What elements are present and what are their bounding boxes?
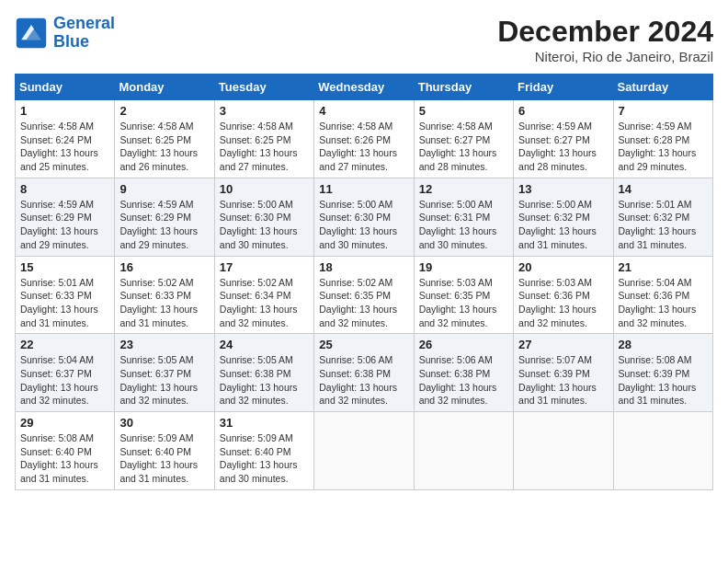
day-number: 27 [518, 338, 608, 351]
location: Niteroi, Rio de Janeiro, Brazil [497, 49, 713, 64]
calendar-day-cell: 2Sunrise: 4:58 AMSunset: 6:25 PMDaylight… [115, 100, 214, 178]
logo-line2: Blue [53, 32, 89, 51]
calendar-day-cell: 19Sunrise: 5:03 AMSunset: 6:35 PMDayligh… [414, 256, 513, 334]
day-detail: Sunrise: 5:01 AMSunset: 6:32 PMDaylight:… [619, 198, 708, 252]
day-number: 19 [419, 260, 508, 274]
day-detail: Sunrise: 5:00 AMSunset: 6:30 PMDaylight:… [319, 198, 408, 252]
calendar-day-cell: 16Sunrise: 5:02 AMSunset: 6:33 PMDayligh… [115, 256, 214, 334]
calendar-day-cell: 7Sunrise: 4:59 AMSunset: 6:28 PMDaylight… [613, 100, 712, 178]
calendar-table: SundayMondayTuesdayWednesdayThursdayFrid… [15, 74, 713, 490]
day-detail: Sunrise: 4:58 AMSunset: 6:25 PMDaylight:… [119, 120, 209, 174]
day-number: 13 [518, 182, 608, 196]
day-detail: Sunrise: 5:07 AMSunset: 6:39 PMDaylight:… [518, 353, 608, 408]
calendar-day-cell: 4Sunrise: 4:58 AMSunset: 6:26 PMDaylight… [314, 100, 414, 178]
day-detail: Sunrise: 5:09 AMSunset: 6:40 PMDaylight:… [220, 431, 309, 486]
day-detail: Sunrise: 4:59 AMSunset: 6:28 PMDaylight:… [619, 120, 708, 174]
day-number: 26 [419, 338, 508, 351]
calendar-day-cell: 21Sunrise: 5:04 AMSunset: 6:36 PMDayligh… [613, 256, 712, 334]
logo-text: General Blue [53, 15, 115, 52]
day-detail: Sunrise: 4:59 AMSunset: 6:27 PMDaylight:… [518, 120, 608, 174]
calendar-week-row: 15Sunrise: 5:01 AMSunset: 6:33 PMDayligh… [16, 256, 713, 334]
weekday-header-saturday: Saturday [613, 75, 712, 100]
day-number: 15 [20, 260, 109, 274]
day-number: 29 [20, 416, 109, 430]
day-number: 18 [319, 260, 408, 274]
calendar-day-cell: 29Sunrise: 5:08 AMSunset: 6:40 PMDayligh… [16, 412, 115, 490]
day-detail: Sunrise: 5:04 AMSunset: 6:36 PMDaylight:… [619, 276, 708, 330]
weekday-header-wednesday: Wednesday [314, 75, 414, 100]
day-number: 30 [119, 416, 209, 430]
day-detail: Sunrise: 5:03 AMSunset: 6:35 PMDaylight:… [419, 276, 508, 330]
calendar-day-cell [514, 412, 613, 490]
calendar-day-cell: 14Sunrise: 5:01 AMSunset: 6:32 PMDayligh… [613, 178, 712, 256]
calendar-day-cell [613, 412, 712, 490]
day-number: 24 [220, 338, 309, 351]
day-detail: Sunrise: 4:58 AMSunset: 6:25 PMDaylight:… [220, 120, 309, 174]
day-detail: Sunrise: 4:59 AMSunset: 6:29 PMDaylight:… [119, 198, 209, 252]
calendar-day-cell: 9Sunrise: 4:59 AMSunset: 6:29 PMDaylight… [115, 178, 214, 256]
day-number: 28 [619, 338, 708, 351]
day-detail: Sunrise: 5:01 AMSunset: 6:33 PMDaylight:… [20, 276, 109, 330]
logo-icon [15, 17, 48, 50]
day-detail: Sunrise: 5:04 AMSunset: 6:37 PMDaylight:… [20, 353, 109, 408]
calendar-day-cell: 8Sunrise: 4:59 AMSunset: 6:29 PMDaylight… [16, 178, 115, 256]
calendar-day-cell: 6Sunrise: 4:59 AMSunset: 6:27 PMDaylight… [514, 100, 613, 178]
day-number: 16 [119, 260, 209, 274]
day-number: 11 [319, 182, 408, 196]
day-number: 31 [220, 416, 309, 430]
day-number: 10 [220, 182, 309, 196]
day-number: 6 [518, 104, 608, 118]
calendar-day-cell: 11Sunrise: 5:00 AMSunset: 6:30 PMDayligh… [314, 178, 414, 256]
weekday-header-thursday: Thursday [414, 75, 513, 100]
calendar-day-cell: 18Sunrise: 5:02 AMSunset: 6:35 PMDayligh… [314, 256, 414, 334]
day-detail: Sunrise: 5:08 AMSunset: 6:40 PMDaylight:… [20, 431, 109, 486]
calendar-day-cell: 26Sunrise: 5:06 AMSunset: 6:38 PMDayligh… [414, 334, 513, 412]
calendar-day-cell: 31Sunrise: 5:09 AMSunset: 6:40 PMDayligh… [214, 412, 313, 490]
calendar-day-cell: 28Sunrise: 5:08 AMSunset: 6:39 PMDayligh… [613, 334, 712, 412]
day-number: 5 [419, 104, 508, 118]
day-detail: Sunrise: 5:05 AMSunset: 6:37 PMDaylight:… [119, 353, 209, 408]
calendar-day-cell: 17Sunrise: 5:02 AMSunset: 6:34 PMDayligh… [214, 256, 313, 334]
day-number: 9 [119, 182, 209, 196]
calendar-day-cell: 1Sunrise: 4:58 AMSunset: 6:24 PMDaylight… [16, 100, 115, 178]
day-detail: Sunrise: 5:03 AMSunset: 6:36 PMDaylight:… [518, 276, 608, 330]
day-detail: Sunrise: 5:05 AMSunset: 6:38 PMDaylight:… [220, 353, 309, 408]
day-detail: Sunrise: 4:58 AMSunset: 6:27 PMDaylight:… [419, 120, 508, 174]
day-detail: Sunrise: 4:58 AMSunset: 6:24 PMDaylight:… [20, 120, 109, 174]
day-number: 20 [518, 260, 608, 274]
day-detail: Sunrise: 5:06 AMSunset: 6:38 PMDaylight:… [319, 353, 408, 408]
calendar-day-cell: 20Sunrise: 5:03 AMSunset: 6:36 PMDayligh… [514, 256, 613, 334]
day-detail: Sunrise: 5:08 AMSunset: 6:39 PMDaylight:… [619, 353, 708, 408]
day-number: 12 [419, 182, 508, 196]
calendar-week-row: 29Sunrise: 5:08 AMSunset: 6:40 PMDayligh… [16, 412, 713, 490]
day-number: 23 [119, 338, 209, 351]
calendar-day-cell: 24Sunrise: 5:05 AMSunset: 6:38 PMDayligh… [214, 334, 313, 412]
calendar-day-cell: 3Sunrise: 4:58 AMSunset: 6:25 PMDaylight… [214, 100, 313, 178]
calendar-day-cell [414, 412, 513, 490]
calendar-day-cell [314, 412, 414, 490]
month-title: December 2024 [497, 15, 713, 49]
day-detail: Sunrise: 5:09 AMSunset: 6:40 PMDaylight:… [119, 431, 209, 486]
day-number: 14 [619, 182, 708, 196]
day-detail: Sunrise: 5:02 AMSunset: 6:35 PMDaylight:… [319, 276, 408, 330]
title-block: December 2024 Niteroi, Rio de Janeiro, B… [497, 15, 713, 64]
day-number: 4 [319, 104, 408, 118]
day-detail: Sunrise: 5:02 AMSunset: 6:33 PMDaylight:… [119, 276, 209, 330]
day-detail: Sunrise: 5:00 AMSunset: 6:30 PMDaylight:… [220, 198, 309, 252]
day-number: 17 [220, 260, 309, 274]
weekday-header-tuesday: Tuesday [214, 75, 313, 100]
calendar-day-cell: 30Sunrise: 5:09 AMSunset: 6:40 PMDayligh… [115, 412, 214, 490]
logo-line1: General [53, 14, 115, 32]
day-number: 21 [619, 260, 708, 274]
calendar-day-cell: 25Sunrise: 5:06 AMSunset: 6:38 PMDayligh… [314, 334, 414, 412]
calendar-week-row: 8Sunrise: 4:59 AMSunset: 6:29 PMDaylight… [16, 178, 713, 256]
calendar-day-cell: 15Sunrise: 5:01 AMSunset: 6:33 PMDayligh… [16, 256, 115, 334]
day-detail: Sunrise: 5:00 AMSunset: 6:32 PMDaylight:… [518, 198, 608, 252]
day-detail: Sunrise: 5:00 AMSunset: 6:31 PMDaylight:… [419, 198, 508, 252]
calendar-day-cell: 23Sunrise: 5:05 AMSunset: 6:37 PMDayligh… [115, 334, 214, 412]
calendar-day-cell: 22Sunrise: 5:04 AMSunset: 6:37 PMDayligh… [16, 334, 115, 412]
day-detail: Sunrise: 4:58 AMSunset: 6:26 PMDaylight:… [319, 120, 408, 174]
day-number: 8 [20, 182, 109, 196]
day-detail: Sunrise: 4:59 AMSunset: 6:29 PMDaylight:… [20, 198, 109, 252]
calendar-header-row: SundayMondayTuesdayWednesdayThursdayFrid… [16, 75, 713, 100]
